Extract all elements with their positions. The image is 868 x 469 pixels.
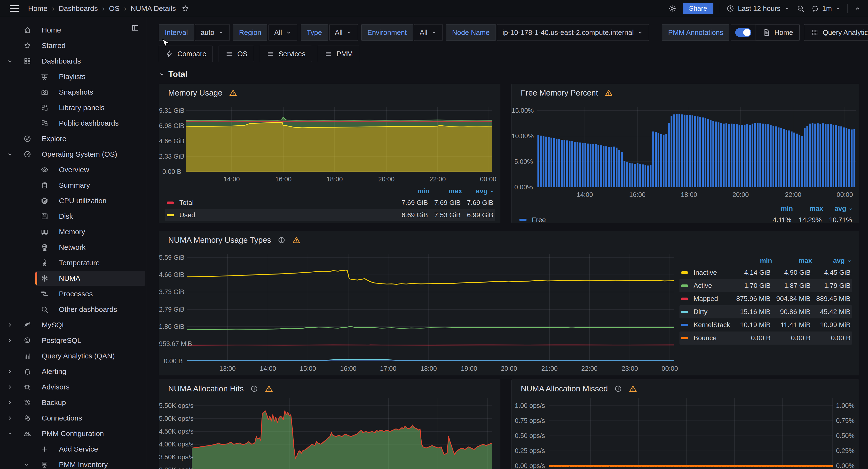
chevron-right-icon[interactable]	[7, 337, 13, 344]
sidebar-item-connections[interactable]: Connections	[0, 410, 147, 426]
panel-title-allocation-missed[interactable]: NUMA Allocation Missed	[521, 384, 608, 393]
sidebar-item-backup[interactable]: Backup	[0, 395, 147, 410]
pmm-annotations-toggle[interactable]	[731, 24, 756, 41]
breadcrumb-item[interactable]: OS	[109, 4, 120, 12]
filter-value-dropdown[interactable]: ip-10-178-1-40.us-east-2.compute.interna…	[497, 24, 649, 41]
legend-sort-avg[interactable]: avg	[823, 205, 854, 212]
legend-series-label[interactable]: Bounce	[693, 334, 717, 342]
filter-label[interactable]: Interval	[159, 24, 194, 41]
sidebar-item-query-analytics-qan[interactable]: Query Analytics (QAN)	[0, 348, 147, 364]
sidebar-item-numa[interactable]: NUMA	[0, 271, 147, 286]
chevron-down-icon[interactable]	[7, 58, 13, 64]
chevron-down-icon[interactable]	[7, 431, 13, 437]
sidebar-item-explore[interactable]: Explore	[0, 131, 147, 146]
panel-title-numa-types[interactable]: NUMA Memory Usage Types	[168, 235, 271, 245]
warning-icon[interactable]	[292, 236, 301, 244]
warning-icon[interactable]	[229, 89, 238, 97]
sidebar-item-public-dashboards[interactable]: Public dashboards	[0, 115, 147, 131]
dashboard-settings-gear-icon[interactable]	[668, 4, 676, 12]
legend-sort-avg[interactable]: avg	[812, 257, 852, 265]
sidebar-item-disk[interactable]: Disk	[0, 209, 147, 224]
sidebar-item-snapshots[interactable]: Snapshots	[0, 84, 147, 100]
legend-series-label[interactable]: Used	[179, 211, 195, 219]
info-icon[interactable]	[250, 385, 258, 393]
sidebar-item-playlists[interactable]: Playlists	[0, 69, 147, 84]
info-icon[interactable]	[614, 385, 622, 393]
filter-label[interactable]: PMM Annotations	[662, 24, 729, 41]
chart-plot-area[interactable]	[192, 398, 492, 469]
sidebar-item-summary[interactable]: Summary	[0, 177, 147, 193]
legend-series-label[interactable]: Free	[532, 216, 546, 224]
legend-sort-min[interactable]: min	[732, 257, 772, 265]
panel-title-memory-usage[interactable]: Memory Usage	[168, 88, 222, 97]
kiosk-caret-up-icon[interactable]	[854, 5, 861, 12]
legend-series-label[interactable]: Total	[179, 199, 194, 207]
refresh-control[interactable]: 1m	[811, 4, 841, 12]
chevron-down-icon[interactable]	[23, 462, 30, 468]
toggle-switch-on[interactable]	[735, 28, 751, 37]
legend-sort-max[interactable]: max	[772, 257, 812, 265]
sidebar-item-overview[interactable]: Overview	[0, 162, 147, 177]
link-button-os[interactable]: OS	[219, 46, 254, 62]
home-button[interactable]: Home	[756, 24, 800, 41]
time-range-picker[interactable]: Last 12 hours	[726, 4, 790, 12]
zoom-out-icon[interactable]	[797, 4, 805, 12]
legend-series-label[interactable]: KernelStack	[693, 321, 730, 329]
sidebar-item-library-panels[interactable]: Library panels	[0, 100, 147, 115]
warning-icon[interactable]	[604, 89, 613, 97]
sidebar-item-alerting[interactable]: Alerting	[0, 364, 147, 379]
sidebar-item-memory[interactable]: Memory	[0, 224, 147, 240]
chart-plot-area[interactable]	[187, 254, 674, 361]
filter-label[interactable]: Node Name	[446, 24, 496, 41]
legend-series-label[interactable]: Dirty	[693, 308, 708, 316]
chart-plot-area[interactable]	[186, 107, 492, 172]
chevron-right-icon[interactable]	[7, 415, 13, 421]
sidebar-item-other-dashboards[interactable]: Other dashboards	[0, 302, 147, 317]
filter-value-dropdown[interactable]: All	[269, 24, 297, 41]
sidebar-item-pmm-configuration[interactable]: PMM Configuration	[0, 426, 147, 441]
chevron-right-icon[interactable]	[7, 369, 13, 375]
legend-sort-min[interactable]: min	[763, 205, 793, 212]
sidebar-item-postgresql[interactable]: PostgreSQL	[0, 333, 147, 348]
filter-value-dropdown[interactable]: auto	[195, 24, 229, 41]
legend-sort-max[interactable]: max	[793, 205, 823, 212]
sidebar-item-pmm-inventory[interactable]: PMM Inventory	[0, 457, 147, 469]
sidebar-item-cpu-utilization[interactable]: CPU utilization	[0, 193, 147, 209]
breadcrumb-item[interactable]: Home	[28, 4, 48, 12]
chevron-right-icon[interactable]	[7, 384, 13, 390]
section-total-header[interactable]: Total	[159, 69, 188, 79]
filter-value-dropdown[interactable]: All	[414, 24, 443, 41]
sidebar-item-operating-system-os[interactable]: Operating System (OS)	[0, 146, 147, 162]
chevron-right-icon[interactable]	[7, 400, 13, 406]
sidebar-item-advisors[interactable]: Advisors	[0, 379, 147, 395]
legend-sort-avg[interactable]: avg	[462, 187, 495, 195]
refresh-icon[interactable]	[811, 4, 819, 12]
sidebar-item-temperature[interactable]: Temperature	[0, 255, 147, 271]
menu-icon[interactable]	[10, 4, 20, 13]
legend-series-label[interactable]: Mapped	[693, 295, 718, 303]
panel-title-allocation-hits[interactable]: NUMA Allocation Hits	[168, 384, 244, 393]
warning-icon[interactable]	[628, 384, 637, 393]
breadcrumb-item[interactable]: NUMA Details	[131, 4, 176, 12]
chevron-down-icon[interactable]	[7, 151, 13, 157]
breadcrumb-item[interactable]: Dashboards	[59, 4, 98, 12]
legend-sort-max[interactable]: max	[429, 187, 462, 195]
chevron-right-icon[interactable]	[7, 322, 13, 328]
warning-icon[interactable]	[265, 384, 273, 393]
link-button-compare[interactable]: Compare	[159, 46, 213, 62]
sidebar-item-mysql[interactable]: MySQL	[0, 317, 147, 333]
panel-title-free-memory[interactable]: Free Memory Percent	[521, 88, 598, 97]
chart-plot-area[interactable]	[537, 107, 856, 187]
filter-label[interactable]: Environment	[361, 24, 413, 41]
legend-sort-min[interactable]: min	[397, 187, 429, 195]
query-analytics-button[interactable]: Query Analytics	[804, 24, 868, 41]
chart-plot-area[interactable]	[549, 398, 833, 468]
favorite-star-icon[interactable]	[181, 4, 189, 12]
filter-label[interactable]: Type	[301, 24, 328, 41]
share-button[interactable]: Share	[683, 3, 713, 14]
link-button-services[interactable]: Services	[260, 46, 312, 62]
legend-series-label[interactable]: Inactive	[693, 269, 717, 276]
info-icon[interactable]	[277, 236, 286, 244]
sidebar-item-dashboards[interactable]: Dashboards	[0, 53, 147, 69]
sidebar-item-processes[interactable]: Processes	[0, 286, 147, 302]
